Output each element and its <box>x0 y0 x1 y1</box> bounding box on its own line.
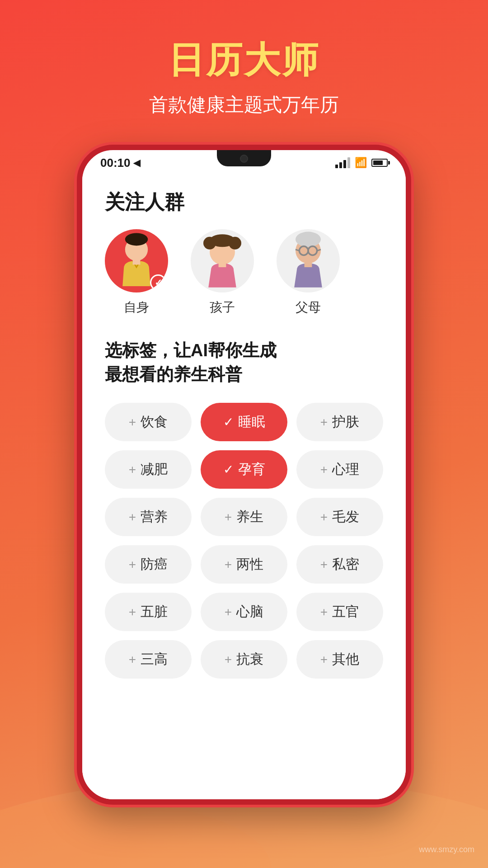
tag-weightloss[interactable]: + 减肥 <box>105 450 192 489</box>
tag-psychology[interactable]: + 心理 <box>296 450 383 489</box>
tag-other[interactable]: + 其他 <box>296 640 383 679</box>
time-text: 00:10 <box>100 156 131 170</box>
tag-plus-icon: + <box>129 652 136 667</box>
battery-fill <box>373 160 383 165</box>
tag-pregnancy-label: 孕育 <box>238 460 265 479</box>
tag-sensory-label: 五官 <box>332 603 359 621</box>
tag-sexuality[interactable]: + 两性 <box>201 545 287 584</box>
battery-icon <box>371 159 388 167</box>
svg-point-11 <box>296 232 321 247</box>
tag-plus-icon: + <box>225 510 232 524</box>
tag-plus-icon: + <box>129 462 136 477</box>
svg-point-3 <box>125 233 148 245</box>
tag-plus-icon: + <box>320 605 328 619</box>
status-time: 00:10 ◀ <box>100 156 140 170</box>
avatar-label-child: 孩子 <box>210 299 235 316</box>
svg-point-8 <box>229 237 241 250</box>
tag-plus-icon: + <box>320 462 328 477</box>
avatar-circle-child <box>191 229 254 292</box>
svg-rect-9 <box>219 262 226 267</box>
avatar-label-parent: 父母 <box>296 299 321 316</box>
tag-diet[interactable]: + 饮食 <box>105 403 192 441</box>
tag-sexuality-label: 两性 <box>236 555 263 574</box>
tag-plus-icon: + <box>225 652 232 667</box>
tag-sleep[interactable]: ✓ 睡眠 <box>201 403 287 441</box>
check-badge-self: ✓ <box>150 274 166 291</box>
tag-brain[interactable]: + 心脑 <box>201 593 287 631</box>
wifi-icon: 📶 <box>355 157 367 169</box>
tag-nutrition[interactable]: + 营养 <box>105 498 192 536</box>
app-subtitle: 首款健康主题式万年历 <box>149 92 339 118</box>
tags-grid: + 饮食 ✓ 睡眠 + 护肤 + 减肥 ✓ 孕育 + 心理 <box>105 403 383 679</box>
tag-check-icon: ✓ <box>223 462 234 477</box>
avatar-child-icon <box>191 229 254 292</box>
phone-content: 关注人群 <box>82 175 406 799</box>
tag-diet-label: 饮食 <box>141 413 168 431</box>
tag-other-label: 其他 <box>332 650 359 669</box>
tag-sensory[interactable]: + 五官 <box>296 593 383 631</box>
svg-rect-4 <box>133 259 141 264</box>
tag-plus-icon: + <box>320 415 328 429</box>
avatar-parent-icon <box>277 229 340 292</box>
tag-threehigh-label: 三高 <box>141 650 168 669</box>
tag-plus-icon: + <box>320 510 328 524</box>
tag-health-label: 养生 <box>236 508 263 526</box>
section-group-title: 关注人群 <box>105 189 383 216</box>
tag-plus-icon: + <box>129 605 136 619</box>
tag-plus-icon: + <box>225 557 232 572</box>
tag-antiaging[interactable]: + 抗衰 <box>201 640 287 679</box>
avatar-circle-parent <box>277 229 340 292</box>
tag-hair-label: 毛发 <box>332 508 359 526</box>
tag-private-label: 私密 <box>332 555 359 574</box>
avatar-item-parent[interactable]: 父母 <box>277 229 340 316</box>
tag-check-icon: ✓ <box>223 415 234 429</box>
tag-weightloss-label: 减肥 <box>141 460 168 479</box>
tag-health[interactable]: + 养生 <box>201 498 287 536</box>
tag-psychology-label: 心理 <box>332 460 359 479</box>
tag-nutrition-label: 营养 <box>141 508 168 526</box>
tag-skincare[interactable]: + 护肤 <box>296 403 383 441</box>
avatar-label-self: 自身 <box>124 299 149 316</box>
tag-plus-icon: + <box>225 605 232 619</box>
header-section: 日历大师 首款健康主题式万年历 <box>149 0 339 118</box>
tag-threehigh[interactable]: + 三高 <box>105 640 192 679</box>
app-title: 日历大师 <box>149 36 339 85</box>
signal-icon <box>335 157 350 168</box>
phone-frame: 00:10 ◀ 📶 关注人群 <box>77 145 411 805</box>
tag-plus-icon: + <box>129 415 136 429</box>
avatar-group: ✓ 自身 <box>105 229 383 316</box>
camera <box>240 155 248 163</box>
tag-skincare-label: 护肤 <box>332 413 359 431</box>
tag-cancer[interactable]: + 防癌 <box>105 545 192 584</box>
avatar-item-child[interactable]: 孩子 <box>191 229 254 316</box>
tag-sleep-label: 睡眠 <box>238 413 265 431</box>
tag-brain-label: 心脑 <box>236 603 263 621</box>
tag-antiaging-label: 抗衰 <box>236 650 263 669</box>
svg-point-7 <box>203 237 216 250</box>
tags-prompt: 选标签，让AI帮你生成 最想看的养生科普 <box>105 339 383 387</box>
tag-cancer-label: 防癌 <box>141 555 168 574</box>
tag-hair[interactable]: + 毛发 <box>296 498 383 536</box>
tag-plus-icon: + <box>129 557 136 572</box>
tag-private[interactable]: + 私密 <box>296 545 383 584</box>
tag-plus-icon: + <box>320 557 328 572</box>
tag-pregnancy[interactable]: ✓ 孕育 <box>201 450 287 489</box>
tag-organs-label: 五脏 <box>141 603 168 621</box>
svg-rect-17 <box>305 262 312 267</box>
tag-plus-icon: + <box>320 652 328 667</box>
phone-notch <box>217 150 271 166</box>
tag-plus-icon: + <box>129 510 136 524</box>
watermark: www.smzy.com <box>419 845 474 854</box>
status-icons: 📶 <box>335 157 388 169</box>
location-icon: ◀ <box>133 157 140 168</box>
avatar-item-self[interactable]: ✓ 自身 <box>105 229 168 316</box>
avatar-circle-self: ✓ <box>105 229 168 292</box>
tag-organs[interactable]: + 五脏 <box>105 593 192 631</box>
